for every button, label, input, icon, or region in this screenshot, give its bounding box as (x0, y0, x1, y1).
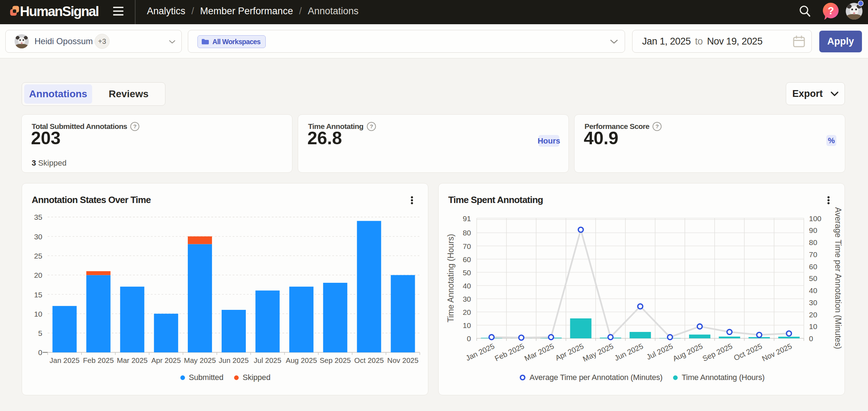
svg-text:Sep 2025: Sep 2025 (701, 342, 734, 363)
svg-text:Nov 2025: Nov 2025 (761, 342, 793, 363)
svg-text:91: 91 (463, 214, 471, 223)
svg-text:Sep 2025: Sep 2025 (319, 356, 351, 364)
svg-text:80: 80 (809, 238, 817, 246)
svg-text:60: 60 (809, 262, 817, 271)
svg-text:Apr 2025: Apr 2025 (151, 356, 181, 364)
svg-text:Feb 2025: Feb 2025 (493, 342, 525, 363)
svg-text:Nov 2025: Nov 2025 (387, 356, 419, 364)
svg-text:Aug 2025: Aug 2025 (286, 356, 317, 364)
svg-text:25: 25 (34, 252, 42, 260)
svg-text:60: 60 (463, 255, 471, 264)
svg-text:70: 70 (809, 250, 817, 259)
svg-text:20: 20 (809, 311, 817, 319)
svg-text:Mar 2025: Mar 2025 (523, 342, 555, 363)
svg-text:10: 10 (809, 322, 817, 331)
svg-text:20: 20 (34, 271, 42, 279)
svg-text:0: 0 (467, 334, 471, 343)
svg-text:30: 30 (463, 295, 471, 303)
svg-text:40: 40 (463, 282, 471, 290)
svg-text:Oct 2025: Oct 2025 (354, 356, 384, 364)
svg-text:Jun 2025: Jun 2025 (613, 342, 644, 362)
svg-text:30: 30 (809, 298, 817, 307)
svg-text:10: 10 (463, 321, 471, 329)
svg-text:Mar 2025: Mar 2025 (117, 356, 148, 364)
svg-text:50: 50 (463, 269, 471, 277)
svg-text:40: 40 (809, 286, 817, 295)
svg-text:30: 30 (34, 233, 42, 241)
svg-text:?: ? (133, 123, 137, 129)
svg-text:0: 0 (38, 348, 42, 357)
svg-text:20: 20 (463, 308, 471, 316)
svg-text:Apr 2025: Apr 2025 (554, 342, 585, 362)
svg-text:May 2025: May 2025 (184, 356, 216, 364)
svg-text:Average Time per Annotation (M: Average Time per Annotation (Minutes) (833, 207, 843, 349)
svg-text:15: 15 (34, 291, 42, 299)
svg-text:0: 0 (809, 334, 813, 343)
svg-text:Jul 2025: Jul 2025 (645, 342, 674, 361)
svg-text:?: ? (656, 123, 659, 129)
svg-text:May 2025: May 2025 (582, 342, 615, 363)
svg-text:100: 100 (809, 214, 821, 223)
svg-text:Oct 2025: Oct 2025 (732, 342, 763, 362)
svg-text:Jan 2025: Jan 2025 (49, 356, 79, 364)
svg-text:Feb 2025: Feb 2025 (83, 356, 114, 364)
svg-text:Time Annotating (Hours): Time Annotating (Hours) (446, 234, 455, 322)
svg-text:Jan 2025: Jan 2025 (464, 342, 496, 362)
svg-text:?: ? (828, 5, 834, 16)
svg-text:?: ? (370, 123, 373, 129)
svg-text:Jun 2025: Jun 2025 (219, 356, 249, 364)
svg-text:50: 50 (809, 274, 817, 282)
svg-text:80: 80 (463, 229, 471, 237)
svg-text:70: 70 (463, 242, 471, 250)
svg-text:5: 5 (38, 329, 42, 337)
svg-text:Aug 2025: Aug 2025 (671, 342, 704, 363)
svg-text:Jul 2025: Jul 2025 (254, 356, 281, 364)
svg-text:10: 10 (34, 310, 42, 318)
svg-text:35: 35 (34, 213, 42, 221)
svg-text:90: 90 (809, 226, 817, 234)
